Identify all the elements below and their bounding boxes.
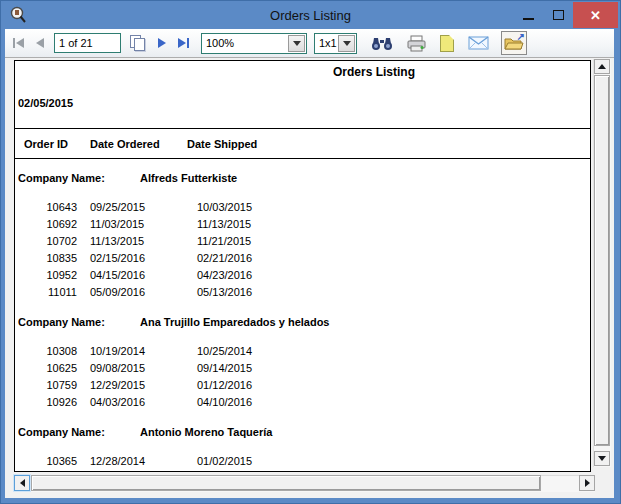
company-label: Company Name: (18, 172, 140, 184)
date-shipped: 09/14/2015 (197, 362, 252, 374)
date-ordered: 05/09/2016 (90, 286, 197, 298)
date-ordered: 09/25/2015 (90, 201, 197, 213)
scroll-up-button[interactable] (594, 59, 610, 74)
vertical-scrollbar-thumb[interactable] (594, 75, 610, 446)
window-controls: ✕ (513, 2, 618, 28)
date-ordered: 12/28/2014 (90, 455, 197, 467)
report-date: 02/05/2015 (18, 97, 590, 112)
date-ordered: 02/15/2016 (90, 252, 197, 264)
order-row: 1036512/28/201401/02/2015 (15, 455, 590, 472)
order-rows: 1030810/19/201410/25/20141062509/08/2015… (15, 345, 590, 413)
separator-line (15, 128, 590, 129)
grid-dropdown-button[interactable] (338, 35, 355, 52)
grid-layout-value: 1x1 (315, 37, 338, 49)
column-header-date-shipped: Date Shipped (187, 138, 257, 150)
order-id: 10702 (15, 235, 77, 247)
order-id: 10308 (15, 345, 77, 357)
pages-icon[interactable] (130, 35, 146, 52)
previous-page-button[interactable] (36, 38, 44, 48)
column-header-date-ordered: Date Ordered (90, 138, 187, 150)
chevron-down-icon (343, 41, 351, 46)
order-row: 1030810/19/201410/25/2014 (15, 345, 590, 362)
company-row: Company Name:Ana Trujillo Emparedados y … (15, 316, 590, 331)
date-shipped: 05/13/2016 (197, 286, 252, 298)
date-ordered: 11/03/2015 (90, 218, 197, 230)
date-shipped: 01/12/2016 (197, 379, 252, 391)
order-id: 10625 (15, 362, 77, 374)
export-arrow-icon: ↗ (517, 32, 525, 42)
horizontal-scrollbar-thumb[interactable] (31, 475, 541, 491)
date-shipped: 11/21/2015 (197, 235, 251, 247)
magnifier-icon (9, 6, 27, 24)
date-shipped: 10/03/2015 (197, 201, 252, 213)
date-shipped: 04/23/2016 (197, 269, 252, 281)
order-row: 1069211/03/201511/13/2015 (15, 218, 590, 235)
grid-layout-select[interactable]: 1x1 (314, 33, 357, 54)
order-row: 1092604/03/201604/10/2016 (15, 396, 590, 413)
zoom-dropdown-button[interactable] (288, 35, 305, 52)
folder-export-button[interactable]: ↗ (501, 31, 527, 55)
column-headers: Order IDDate OrderedDate Shipped (15, 138, 590, 153)
page-number-input[interactable] (54, 33, 121, 53)
maximize-icon (553, 10, 564, 20)
maximize-button[interactable] (543, 2, 573, 28)
scroll-down-button[interactable] (594, 451, 610, 466)
separator-line (15, 158, 590, 159)
order-id: 11011 (15, 286, 77, 298)
order-row: 1075912/29/201501/12/2016 (15, 379, 590, 396)
scroll-left-button[interactable] (14, 475, 30, 491)
horizontal-scrollbar[interactable] (14, 475, 595, 492)
order-id: 10759 (15, 379, 77, 391)
first-page-button[interactable] (13, 38, 24, 48)
order-id: 10692 (15, 218, 77, 230)
arrow-right-icon (585, 479, 590, 487)
order-id: 10952 (15, 269, 77, 281)
date-ordered: 04/15/2016 (90, 269, 197, 281)
close-button[interactable]: ✕ (573, 2, 618, 28)
company-label: Company Name: (18, 426, 140, 438)
order-rows: 1036512/28/201401/02/2015 (15, 455, 590, 472)
date-shipped: 11/13/2015 (197, 218, 251, 230)
first-page-icon (13, 38, 15, 48)
report-content: Orders Listing 02/05/2015 Order IDDate O… (15, 65, 590, 472)
order-id: 10365 (15, 455, 77, 467)
arrow-up-icon (598, 64, 606, 69)
report-page: Orders Listing 02/05/2015 Order IDDate O… (14, 60, 591, 472)
date-ordered: 10/19/2014 (90, 345, 197, 357)
order-id: 10643 (15, 201, 77, 213)
date-ordered: 11/13/2015 (90, 235, 197, 247)
date-shipped: 04/10/2016 (197, 396, 252, 408)
order-id: 10835 (15, 252, 77, 264)
order-row: 1064309/25/201510/03/2015 (15, 201, 590, 218)
order-row: 1070211/13/201511/21/2015 (15, 235, 590, 252)
company-name: Ana Trujillo Emparedados y helados (140, 316, 330, 328)
company-label: Company Name: (18, 316, 140, 328)
order-row: 1083502/15/201602/21/2016 (15, 252, 590, 269)
last-page-icon (178, 38, 186, 48)
company-row: Company Name:Alfreds Futterkiste (15, 172, 590, 187)
previous-page-icon (36, 38, 44, 48)
titlebar: Orders Listing ✕ (1, 1, 620, 29)
printer-icon[interactable] (407, 35, 426, 52)
binoculars-icon[interactable] (371, 36, 393, 51)
zoom-select[interactable]: 100% (201, 33, 307, 54)
toolbar: 100% 1x1 (5, 29, 614, 58)
report-groups: Company Name:Alfreds Futterkiste1064309/… (15, 172, 590, 472)
minimize-button[interactable] (513, 2, 543, 28)
preview-window: Orders Listing ✕ 100% 1x1 (0, 0, 621, 504)
scroll-right-button[interactable] (579, 475, 595, 491)
last-page-button[interactable] (178, 38, 189, 48)
envelope-icon[interactable] (468, 36, 489, 50)
order-id: 10926 (15, 396, 77, 408)
next-page-button[interactable] (158, 38, 166, 48)
arrow-left-icon (20, 479, 25, 487)
report-title: Orders Listing (333, 65, 590, 80)
date-ordered: 04/03/2016 (90, 396, 197, 408)
note-page-icon[interactable] (440, 35, 454, 52)
minimize-icon (523, 18, 534, 20)
company-name: Alfreds Futterkiste (140, 172, 237, 184)
date-shipped: 01/02/2015 (197, 455, 252, 467)
next-page-icon (158, 38, 166, 48)
company-row: Company Name:Antonio Moreno Taquería (15, 426, 590, 441)
vertical-scrollbar[interactable] (593, 59, 611, 467)
